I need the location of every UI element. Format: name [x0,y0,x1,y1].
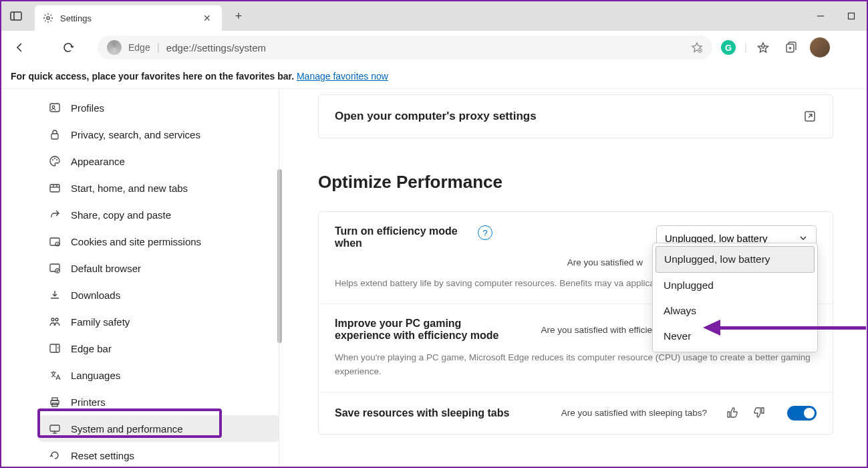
profile-icon [48,101,61,114]
title-bar: Settings ✕ + [1,1,867,31]
external-link-icon [803,110,817,123]
svg-point-16 [52,159,53,160]
url-text: edge://settings/system [166,42,684,53]
tab-strip-icon [10,10,22,22]
tab-title: Settings [60,13,200,23]
svg-point-17 [54,158,55,159]
sidebar-item-downloads[interactable]: Downloads [39,281,279,308]
sidebar-item-family[interactable]: Family safety [39,308,279,335]
sidebar-item-default-browser[interactable]: Default browser [39,255,279,281]
chevron-down-icon [799,233,808,243]
close-tab-button[interactable]: ✕ [200,10,214,26]
profile-avatar[interactable] [810,37,830,57]
svg-point-28 [55,318,58,321]
sleeping-tabs-setting: Save resources with sleeping tabs Are yo… [319,392,833,434]
system-icon [48,422,61,435]
svg-rect-4 [849,13,855,19]
efficiency-mode-setting: Turn on efficiency mode when ? Unplugged… [319,212,833,304]
sidebar-item-edgebar[interactable]: Edge bar [39,335,279,362]
dropdown-option[interactable]: Always [656,298,815,324]
grammarly-extension[interactable]: G [716,35,740,60]
download-icon [48,288,61,302]
dropdown-option[interactable]: Unplugged, low battery [656,246,815,273]
sidebar-item-reset[interactable]: Reset settings [39,442,279,468]
dropdown-option[interactable]: Unplugged [656,273,815,298]
sidebar-icon [48,342,61,355]
settings-content: Open your computer's proxy settings Opti… [279,89,867,467]
sidebar-item-profiles[interactable]: Profiles [39,94,279,121]
sleeping-tabs-toggle[interactable] [787,406,817,421]
address-bar[interactable]: Edge | edge://settings/system [98,35,712,60]
svg-rect-0 [11,12,21,20]
sidebar-item-appearance[interactable]: Appearance [39,148,279,174]
thumbs-up-button[interactable] [726,406,740,421]
svg-point-14 [52,106,55,108]
sidebar-item-system[interactable]: System and performance [39,415,279,442]
cookies-icon [48,235,61,248]
proxy-settings-link[interactable]: Open your computer's proxy settings [318,94,833,138]
settings-sidebar: Profiles Privacy, search, and services A… [1,89,279,467]
gear-icon [43,13,53,23]
minimize-button[interactable] [805,1,836,31]
edge-logo-icon [107,40,122,55]
site-identity: Edge [128,42,150,53]
browser-tab[interactable]: Settings ✕ [35,5,222,31]
language-icon [48,368,61,382]
thumbs-down-button[interactable] [752,406,767,421]
family-icon [48,315,61,328]
palette-icon [48,154,61,168]
sidebar-item-printers[interactable]: Printers [39,388,279,415]
refresh-button[interactable] [56,35,80,60]
dropdown-option[interactable]: Never [656,324,815,349]
efficiency-dropdown-menu: Unplugged, low battery Unplugged Always … [652,243,818,352]
maximize-button[interactable] [836,1,867,31]
new-tab-button[interactable]: + [227,5,250,27]
back-button[interactable] [8,35,32,60]
sidebar-item-start[interactable]: Start, home, and new tabs [39,174,279,201]
help-icon[interactable]: ? [478,225,492,240]
svg-rect-19 [50,185,59,192]
favorites-bar-prompt: For quick access, place your favorites h… [1,64,867,89]
svg-point-18 [56,159,57,160]
sidebar-item-privacy[interactable]: Privacy, search, and services [39,121,279,148]
sidebar-scrollbar[interactable] [277,169,282,343]
manage-favorites-link[interactable]: Manage favorites now [297,71,388,82]
svg-point-2 [47,17,49,19]
add-favorite-button[interactable] [691,41,703,53]
sidebar-item-share[interactable]: Share, copy and paste [39,201,279,228]
svg-rect-15 [51,134,58,139]
svg-point-27 [51,318,54,321]
svg-rect-36 [50,425,59,431]
reset-icon [48,449,61,462]
sidebar-item-cookies[interactable]: Cookies and site permissions [39,228,279,255]
lock-icon [48,128,61,141]
svg-rect-34 [52,398,57,400]
sidebar-item-languages[interactable]: Languages [39,362,279,388]
toolbar: Edge | edge://settings/system G | [1,31,867,64]
printer-icon [48,395,61,408]
collections-button[interactable] [779,35,803,60]
share-icon [48,208,61,221]
section-heading: Optimize Performance [318,172,833,193]
tab-actions-button[interactable] [1,1,31,31]
tabs-icon [48,181,61,195]
favorites-button[interactable] [751,35,775,60]
browser-icon [48,261,61,275]
